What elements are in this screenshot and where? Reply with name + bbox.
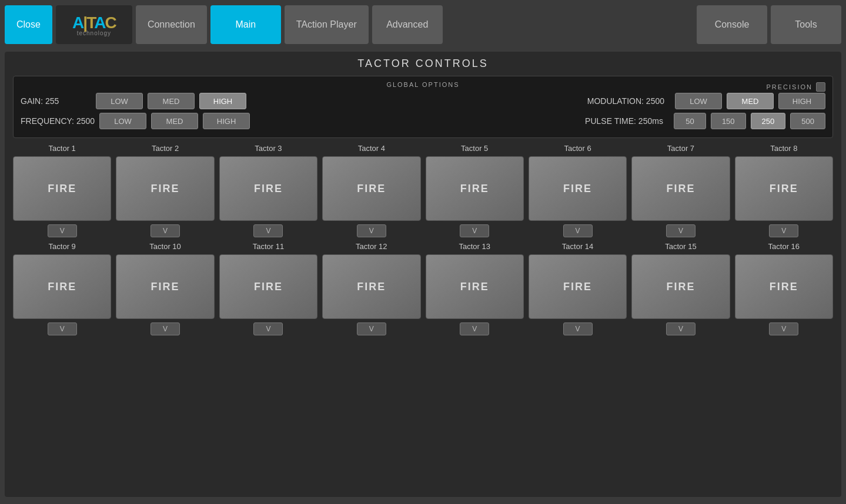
- logo-text: A|TAC: [72, 14, 116, 32]
- gain-row: GAIN: 255 LOW MED HIGH MODULATION: 2500 …: [21, 93, 825, 109]
- tactor-label-1: Tactor 10: [149, 242, 180, 251]
- tactor-grid-row2: Tactor 9FIREVTactor 10FIREVTactor 11FIRE…: [13, 242, 833, 335]
- tactor-label-0: Tactor 9: [49, 242, 76, 251]
- global-options-title: GLOBAL OPTIONS: [289, 81, 557, 88]
- fire-button-2[interactable]: FIRE: [219, 156, 317, 221]
- tactor-col-5: Tactor 14FIREV: [529, 242, 627, 335]
- gain-high-button[interactable]: HIGH: [199, 93, 246, 109]
- pulse-time-label: PULSE TIME: 250ms: [575, 116, 669, 126]
- main-button[interactable]: Main: [210, 5, 281, 44]
- tactor-label-6: Tactor 15: [665, 242, 696, 251]
- fire-button-6[interactable]: FIRE: [631, 156, 730, 221]
- mod-low-button[interactable]: LOW: [675, 93, 722, 109]
- v-button-2[interactable]: V: [253, 322, 283, 335]
- pulse-250-button[interactable]: 250: [751, 113, 786, 129]
- fire-button-3[interactable]: FIRE: [322, 156, 420, 221]
- fire-button-4[interactable]: FIRE: [426, 156, 524, 221]
- fire-button-5[interactable]: FIRE: [529, 254, 627, 319]
- fire-button-4[interactable]: FIRE: [426, 254, 524, 319]
- connection-button[interactable]: Connection: [136, 5, 207, 44]
- tactor-label-4: Tactor 5: [461, 144, 488, 153]
- pulse-150-button[interactable]: 150: [711, 113, 746, 129]
- tactor-label-2: Tactor 3: [255, 144, 282, 153]
- fire-button-5[interactable]: FIRE: [529, 156, 627, 221]
- pulse-50-button[interactable]: 50: [674, 113, 706, 129]
- modulation-label: MODULATION: 2500: [576, 96, 670, 106]
- tactor-label-6: Tactor 7: [667, 144, 694, 153]
- v-button-3[interactable]: V: [357, 322, 386, 335]
- v-button-4[interactable]: V: [460, 224, 489, 237]
- tactor-label-3: Tactor 12: [356, 242, 387, 251]
- v-button-6[interactable]: V: [666, 224, 695, 237]
- v-button-7[interactable]: V: [769, 322, 798, 335]
- fire-button-7[interactable]: FIRE: [735, 254, 833, 319]
- fire-button-0[interactable]: FIRE: [13, 254, 111, 319]
- v-button-2[interactable]: V: [253, 224, 283, 237]
- tactor-label-0: Tactor 1: [49, 144, 76, 153]
- v-button-5[interactable]: V: [563, 224, 593, 237]
- precision-label: PRECISION: [766, 83, 812, 90]
- tools-button[interactable]: Tools: [771, 5, 841, 44]
- tactor-col-0: Tactor 1FIREV: [13, 144, 111, 237]
- fire-button-3[interactable]: FIRE: [322, 254, 420, 319]
- section-title: TACTOR CONTROLS: [13, 58, 833, 70]
- tactor-label-5: Tactor 14: [562, 242, 593, 251]
- tactor-label-7: Tactor 16: [768, 242, 800, 251]
- tactor-label-3: Tactor 4: [358, 144, 385, 153]
- freq-med-button[interactable]: MED: [151, 113, 198, 129]
- advanced-button[interactable]: Advanced: [372, 5, 443, 44]
- tactor-col-6: Tactor 15FIREV: [631, 242, 730, 335]
- tactor-col-5: Tactor 6FIREV: [529, 144, 627, 237]
- tactor-col-4: Tactor 13FIREV: [426, 242, 524, 335]
- tactor-label-7: Tactor 8: [770, 144, 797, 153]
- fire-button-2[interactable]: FIRE: [219, 254, 317, 319]
- tactor-col-1: Tactor 10FIREV: [116, 242, 214, 335]
- tactor-col-3: Tactor 12FIREV: [322, 242, 420, 335]
- gain-low-button[interactable]: LOW: [96, 93, 143, 109]
- freq-high-button[interactable]: HIGH: [203, 113, 250, 129]
- fire-button-1[interactable]: FIRE: [116, 156, 214, 221]
- frequency-label: FREQUENCY: 2500: [21, 116, 95, 126]
- gain-label: GAIN: 255: [21, 96, 91, 106]
- pulse-500-button[interactable]: 500: [790, 113, 825, 129]
- logo-sub: technology: [72, 30, 116, 36]
- top-nav: Close A|TAC technology Connection Main T…: [0, 0, 846, 49]
- tactor-col-3: Tactor 4FIREV: [322, 144, 420, 237]
- taction-player-button[interactable]: TAction Player: [285, 5, 369, 44]
- tactor-col-2: Tactor 11FIREV: [219, 242, 317, 335]
- logo: A|TAC technology: [56, 5, 132, 44]
- tactor-label-1: Tactor 2: [152, 144, 179, 153]
- tactor-col-7: Tactor 8FIREV: [735, 144, 833, 237]
- tactor-col-4: Tactor 5FIREV: [426, 144, 524, 237]
- v-button-3[interactable]: V: [357, 224, 386, 237]
- v-button-0[interactable]: V: [48, 322, 77, 335]
- precision-checkbox[interactable]: [816, 82, 825, 92]
- fire-button-7[interactable]: FIRE: [735, 156, 833, 221]
- gain-med-button[interactable]: MED: [148, 93, 195, 109]
- tactor-col-0: Tactor 9FIREV: [13, 242, 111, 335]
- v-button-6[interactable]: V: [666, 322, 695, 335]
- v-button-5[interactable]: V: [563, 322, 593, 335]
- v-button-1[interactable]: V: [151, 322, 180, 335]
- fire-button-6[interactable]: FIRE: [631, 254, 730, 319]
- fire-button-0[interactable]: FIRE: [13, 156, 111, 221]
- tactor-col-6: Tactor 7FIREV: [631, 144, 730, 237]
- v-button-7[interactable]: V: [769, 224, 798, 237]
- tactor-col-1: Tactor 2FIREV: [116, 144, 214, 237]
- mod-high-button[interactable]: HIGH: [778, 93, 825, 109]
- console-button[interactable]: Console: [697, 5, 767, 44]
- v-button-0[interactable]: V: [48, 224, 77, 237]
- tactor-col-7: Tactor 16FIREV: [735, 242, 833, 335]
- main-content: TACTOR CONTROLS GLOBAL OPTIONS PRECISION…: [5, 52, 841, 497]
- close-button[interactable]: Close: [5, 5, 52, 44]
- global-options: GLOBAL OPTIONS PRECISION GAIN: 255 LOW M…: [13, 76, 833, 138]
- mod-med-button[interactable]: MED: [727, 93, 774, 109]
- frequency-row: FREQUENCY: 2500 LOW MED HIGH PULSE TIME:…: [21, 113, 825, 129]
- tactor-label-4: Tactor 13: [459, 242, 490, 251]
- v-button-4[interactable]: V: [460, 322, 489, 335]
- tactor-label-2: Tactor 11: [253, 242, 284, 251]
- fire-button-1[interactable]: FIRE: [116, 254, 214, 319]
- freq-low-button[interactable]: LOW: [99, 113, 146, 129]
- v-button-1[interactable]: V: [151, 224, 180, 237]
- tactor-label-5: Tactor 6: [564, 144, 591, 153]
